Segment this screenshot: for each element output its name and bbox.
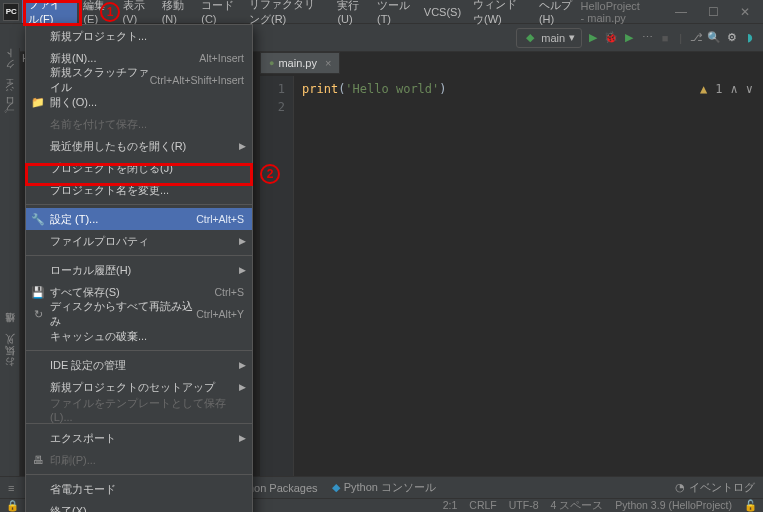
stop-button[interactable]: ■ <box>658 31 672 45</box>
close-button[interactable]: ✕ <box>733 5 757 19</box>
annotation-box-file-menu <box>23 0 82 26</box>
run-config-label: main <box>541 32 565 44</box>
tab-event-log[interactable]: ◔イベントログ <box>675 480 755 495</box>
reload-icon: ↻ <box>31 308 45 321</box>
wrench-icon: 🔧 <box>31 213 45 226</box>
mi-local-history[interactable]: ローカル履歴(H)▶ <box>26 259 252 281</box>
mi-open[interactable]: 📁開く(O)... <box>26 91 252 113</box>
string-literal: 'Hello world' <box>345 82 439 96</box>
file-encoding[interactable]: UTF-8 <box>509 499 539 513</box>
menu-refactor[interactable]: リファクタリング(R) <box>243 0 331 23</box>
mi-new-scratch[interactable]: 新規スクラッチファイルCtrl+Alt+Shift+Insert <box>26 69 252 91</box>
mi-recent[interactable]: 最近使用したものを開く(R)▶ <box>26 135 252 157</box>
mi-invalidate-caches[interactable]: キャッシュの破棄... <box>26 325 252 347</box>
mi-settings[interactable]: 🔧設定 (T)...Ctrl+Alt+S <box>26 208 252 230</box>
menu-separator <box>26 423 252 424</box>
mi-reload-disk[interactable]: ↻ディスクからすべて再読み込みCtrl+Alt+Y <box>26 303 252 325</box>
submenu-arrow-icon: ▶ <box>239 141 246 151</box>
menu-separator <box>26 350 252 351</box>
menu-separator <box>26 474 252 475</box>
mi-manage-ide[interactable]: IDE 設定の管理▶ <box>26 354 252 376</box>
line-ending[interactable]: CRLF <box>469 499 496 513</box>
submenu-arrow-icon: ▶ <box>239 265 246 275</box>
editor-tab-label: main.py <box>278 57 317 69</box>
attach-button[interactable]: ⋯ <box>640 31 654 45</box>
mi-save-as: 名前を付けて保存... <box>26 113 252 135</box>
toolbar-right: ◆ main ▾ ▶ 🐞 ▶ ⋯ ■ | ⎇ 🔍 ⚙ ◗ <box>516 28 763 48</box>
mi-new-project[interactable]: 新規プロジェクト... <box>26 25 252 47</box>
git-button[interactable]: ⎇ <box>689 31 703 45</box>
warning-icon: ▲ <box>700 80 707 98</box>
submenu-arrow-icon: ▶ <box>239 236 246 246</box>
menu-navigate[interactable]: 移動(N) <box>156 0 196 23</box>
gear-icon[interactable]: ⚙ <box>725 31 739 45</box>
annotation-box-settings <box>25 163 253 186</box>
fn-print: print <box>302 82 338 96</box>
menu-window[interactable]: ウィンドウ(W) <box>467 0 533 23</box>
menu-code[interactable]: コード(C) <box>195 0 243 23</box>
tab-python-console[interactable]: ◆Python コンソール <box>332 480 436 495</box>
run-with-coverage-button[interactable]: ▶ <box>622 31 636 45</box>
code-area[interactable]: print('Hello world') ▲ 1 ∧ ∨ <box>294 76 761 488</box>
balloon-icon: ◔ <box>675 481 685 494</box>
code-line-1: print('Hello world') <box>302 80 761 98</box>
editor-tab-bar: ● main.py × <box>260 52 340 74</box>
mi-print: 🖶印刷(P)... <box>26 449 252 471</box>
menu-help[interactable]: ヘルプ(H) <box>533 0 581 23</box>
search-icon[interactable]: 🔍 <box>707 31 721 45</box>
toolwin-project[interactable]: プロジェクト <box>3 54 17 121</box>
file-menu-dropdown: 新規プロジェクト... 新規(N)...Alt+Insert 新規スクラッチファ… <box>25 24 253 512</box>
minimize-button[interactable]: — <box>669 5 693 19</box>
toolwin-favorites[interactable]: お気に入り <box>3 341 17 374</box>
indent-setting[interactable]: 4 スペース <box>551 499 604 513</box>
expand-up-icon[interactable]: ∧ <box>731 80 738 98</box>
run-config-dropdown[interactable]: ◆ main ▾ <box>516 28 582 48</box>
warning-count: 1 <box>715 80 722 98</box>
separator: | <box>679 32 682 44</box>
mi-power-save[interactable]: 省電力モード <box>26 478 252 500</box>
menu-tools[interactable]: ツール(T) <box>371 0 418 23</box>
readonly-icon[interactable]: 🔓 <box>744 499 757 513</box>
window-buttons: — ☐ ✕ <box>669 5 757 19</box>
line-number: 1 <box>260 80 285 98</box>
run-button[interactable]: ▶ <box>586 31 600 45</box>
editor-tab-main[interactable]: ● main.py × <box>260 52 340 74</box>
maximize-button[interactable]: ☐ <box>701 5 725 19</box>
mi-exit[interactable]: 終了(X) <box>26 500 252 512</box>
python-file-icon: ● <box>269 58 274 68</box>
project-title: HelloProject - main.py <box>581 0 645 24</box>
submenu-arrow-icon: ▶ <box>239 382 246 392</box>
submenu-arrow-icon: ▶ <box>239 360 246 370</box>
mi-file-properties[interactable]: ファイルプロパティ▶ <box>26 230 252 252</box>
mi-save-as-template: ファイルをテンプレートとして保存(L)... <box>26 398 252 420</box>
annotation-circle-2: 2 <box>260 164 280 184</box>
status-right: 2:1 CRLF UTF-8 4 スペース Python 3.9 (HelloP… <box>443 499 757 513</box>
menu-separator <box>26 204 252 205</box>
lock-icon[interactable]: 🔒 <box>6 499 19 512</box>
debug-button[interactable]: 🐞 <box>604 31 618 45</box>
space-icon[interactable]: ◗ <box>743 31 757 45</box>
left-tool-gutter: プロジェクト 構造 お気に入り <box>0 48 20 488</box>
menu-view[interactable]: 表示(V) <box>117 0 156 23</box>
editor[interactable]: 1 2 print('Hello world') ▲ 1 ∧ ∨ <box>260 76 761 488</box>
menu-vcs[interactable]: VCS(S) <box>418 0 467 23</box>
interpreter[interactable]: Python 3.9 (HelloProject) <box>615 499 732 513</box>
close-tab-icon[interactable]: × <box>325 57 331 69</box>
annotation-circle-1: 1 <box>100 2 120 22</box>
print-icon: 🖶 <box>31 454 45 466</box>
save-icon: 💾 <box>31 286 45 299</box>
caret-position[interactable]: 2:1 <box>443 499 458 513</box>
pycharm-logo: PC <box>3 3 19 21</box>
bottom-menu-icon[interactable]: ≡ <box>8 482 14 494</box>
python-icon: ◆ <box>523 31 537 45</box>
line-gutter: 1 2 <box>260 76 294 488</box>
python-icon: ◆ <box>332 481 340 494</box>
inspection-bar[interactable]: ▲ 1 ∧ ∨ <box>700 80 753 98</box>
menu-run[interactable]: 実行(U) <box>331 0 371 23</box>
mi-export[interactable]: エクスポート▶ <box>26 427 252 449</box>
expand-down-icon[interactable]: ∨ <box>746 80 753 98</box>
folder-icon: 📁 <box>31 96 45 109</box>
submenu-arrow-icon: ▶ <box>239 433 246 443</box>
title-right: HelloProject - main.py — ☐ ✕ <box>581 0 763 24</box>
chevron-down-icon: ▾ <box>569 31 575 44</box>
